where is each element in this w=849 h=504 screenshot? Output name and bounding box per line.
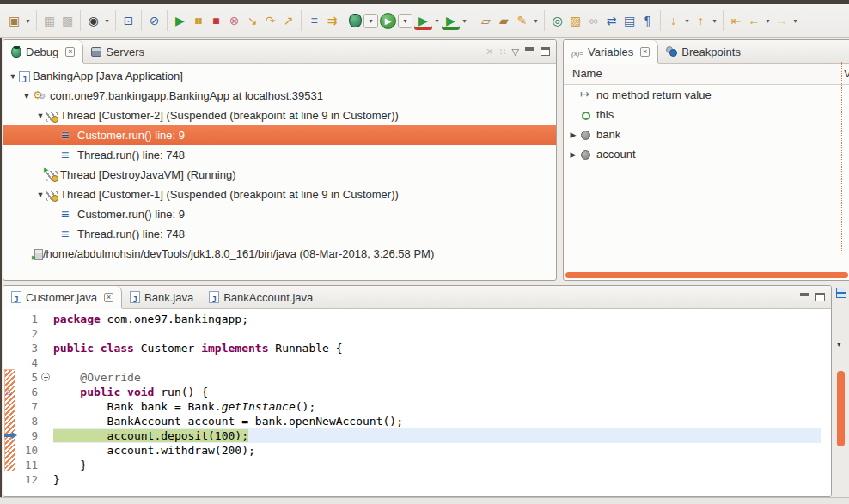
code-line[interactable]: public class Customer implements Runnabl… (53, 341, 821, 355)
new-wizard-icon[interactable]: ▣ (5, 12, 23, 30)
tab-debug[interactable]: Debug× (3, 40, 83, 63)
overview-marker-icon[interactable]: ▾ (837, 340, 841, 349)
profile-icon[interactable]: ▶ (442, 12, 460, 30)
code-line[interactable]: account.withdraw(200); (53, 443, 821, 458)
maximize-view-icon[interactable] (541, 47, 550, 56)
close-tab-icon[interactable]: × (640, 47, 650, 57)
step-over-icon[interactable]: ↷ (261, 12, 279, 30)
open-resource-icon[interactable]: ▰ (495, 12, 513, 30)
close-tab-icon[interactable]: × (65, 47, 75, 57)
synchronize-icon[interactable]: ∞ (584, 12, 602, 30)
view-menu-icon[interactable]: ▽ (512, 47, 519, 57)
show-source-icon[interactable]: ▤ (620, 12, 638, 30)
save-all-icon[interactable]: ▩ (58, 12, 76, 30)
tree-expander-icon[interactable]: ▼ (34, 191, 46, 199)
user-account-icon[interactable]: ◉ (84, 12, 102, 30)
code-line[interactable]: } (53, 458, 821, 472)
step-return-icon[interactable]: ↗ (279, 12, 297, 30)
code-line[interactable]: @Override (53, 370, 821, 385)
debug-tree-row[interactable]: Thread.run() line: 748 (3, 224, 556, 244)
restore-view-icon[interactable] (836, 288, 846, 297)
last-edit-location-icon[interactable]: ⇤ (727, 12, 745, 30)
current-debug-line[interactable]: account.deposit(100); (53, 428, 821, 443)
next-annotation-icon[interactable]: ↓ (664, 12, 682, 30)
terminate-icon[interactable]: ■ (207, 12, 225, 30)
tab-servers[interactable]: Servers (83, 40, 152, 63)
debug-tree-row[interactable]: Customer.run() line: 9 (3, 125, 556, 145)
next-annotation-caret-icon[interactable]: ▾ (682, 17, 692, 25)
run-to-line-icon[interactable]: ⇉ (323, 12, 341, 30)
column-header-name[interactable]: Name (572, 67, 602, 80)
debug-tree-row[interactable]: /home/abdulmohsin/devTools/jdk1.8.0_161/… (3, 244, 556, 264)
tab-breakpoints[interactable]: Breakpoints (658, 40, 748, 63)
show-whitespace-icon[interactable]: ¶ (638, 12, 657, 30)
previous-annotation-icon[interactable]: ↑ (692, 12, 710, 30)
profile-caret-icon[interactable]: ▾ (460, 17, 469, 25)
disconnect-icon[interactable]: ⊗ (225, 12, 243, 30)
use-step-filters-icon[interactable]: ≡ (305, 12, 323, 30)
code-line[interactable]: } (53, 472, 821, 487)
debug-tree-row[interactable]: Thread.run() line: 748 (3, 145, 556, 165)
tab-variables[interactable]: Variables× (564, 40, 658, 63)
open-type-icon[interactable]: ▱ (477, 12, 495, 30)
horizontal-scrollbar-thumb[interactable] (565, 272, 848, 278)
debug-tree-row[interactable]: Thread [DestroyJavaVM] (Running) (3, 165, 556, 185)
variable-row[interactable]: ▶account (564, 144, 849, 164)
forward-caret-icon[interactable]: ▾ (791, 17, 800, 25)
column-divider[interactable] (841, 62, 842, 251)
variable-row[interactable]: no method return value (564, 85, 849, 105)
column-header-value[interactable]: Value (844, 67, 849, 80)
skip-all-breakpoints-icon[interactable]: ⊘ (145, 12, 163, 30)
minimize-editor-icon[interactable] (800, 293, 809, 296)
open-console-icon[interactable]: ⊡ (119, 12, 137, 30)
highlighter-caret-icon[interactable]: ▾ (531, 17, 541, 25)
run-icon[interactable]: ▶ (380, 13, 396, 29)
code-text[interactable]: package com.one97.bankingapp;public clas… (53, 312, 821, 487)
tree-expander-icon[interactable]: ▼ (7, 72, 19, 81)
highlighter-icon[interactable]: ✎ (513, 12, 531, 30)
variable-row[interactable]: this (564, 105, 849, 124)
code-line[interactable]: Bank bank = Bank.getInstance(); (53, 399, 821, 414)
search-icon[interactable]: ◎ (548, 12, 566, 30)
code-line[interactable]: package com.one97.bankingapp; (53, 312, 821, 326)
back-icon[interactable]: ← (745, 12, 763, 30)
tree-expander-icon[interactable]: ▼ (34, 112, 46, 120)
debug-tree-row[interactable]: ▼com.one97.bankingapp.BankingApp at loca… (3, 86, 556, 106)
previous-annotation-caret-icon[interactable]: ▾ (710, 17, 719, 25)
remove-all-terminated-icon[interactable]: ✕ (486, 47, 493, 57)
user-account-caret-icon[interactable]: ▾ (102, 17, 112, 25)
step-into-icon[interactable]: ↘ (243, 12, 261, 30)
close-tab-icon[interactable]: × (104, 293, 113, 302)
mark-occurrences-icon[interactable]: ▨ (566, 12, 584, 30)
debug-tree-row[interactable]: ▼BankingApp [Java Application] (3, 66, 556, 86)
tab-bankaccount-java[interactable]: BankAccount.java (201, 286, 321, 308)
tab-bank-java[interactable]: Bank.java (122, 286, 201, 308)
fold-collapse-icon[interactable] (41, 373, 50, 381)
variable-row[interactable]: ▶bank (564, 124, 849, 144)
debug-dropdown-icon[interactable]: ▾ (363, 14, 378, 28)
minimize-view-icon[interactable] (525, 47, 534, 51)
tab-customer-java[interactable]: Customer.java× (3, 286, 122, 308)
code-line[interactable]: public void run() { (53, 385, 821, 399)
tree-expander-icon[interactable]: ▶ (567, 131, 579, 139)
debug-icon[interactable] (349, 14, 362, 27)
coverage-icon[interactable]: ▶ (414, 12, 432, 30)
code-line[interactable]: BankAccount account = bank.openNewAccoun… (53, 414, 821, 428)
maximize-editor-icon[interactable] (815, 293, 825, 301)
debug-tree-row[interactable]: Customer.run() line: 9 (3, 204, 556, 224)
debug-tree-row[interactable]: ▼Thread [Customer-1] (Suspended (breakpo… (3, 185, 556, 204)
debug-tree-row[interactable]: ▼Thread [Customer-2] (Suspended (breakpo… (3, 106, 556, 125)
back-caret-icon[interactable]: ▾ (763, 17, 773, 25)
code-editor[interactable]: △ 123456789101112 package com.one97.bank… (3, 309, 831, 496)
link-with-editor-icon[interactable]: ⇄ (602, 12, 620, 30)
resume-icon[interactable]: ▶ (171, 12, 189, 30)
save-icon[interactable]: ▦ (40, 12, 58, 30)
run-dropdown-icon[interactable]: ▾ (398, 14, 412, 28)
coverage-caret-icon[interactable]: ▾ (432, 17, 442, 25)
group-elements-icon[interactable]: ∷ (500, 47, 506, 57)
tree-expander-icon[interactable]: ▶ (567, 150, 579, 159)
forward-icon[interactable]: → (773, 12, 791, 30)
code-line[interactable] (53, 326, 821, 341)
new-wizard-caret-icon[interactable]: ▾ (23, 17, 33, 25)
vertical-scrollbar-thumb[interactable] (837, 371, 845, 446)
